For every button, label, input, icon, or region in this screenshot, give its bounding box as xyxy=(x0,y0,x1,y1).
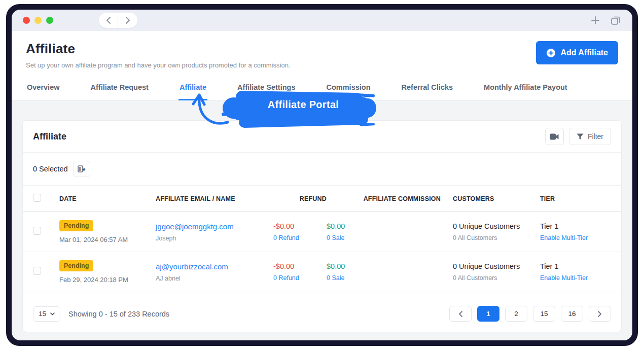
stacked-squares-icon xyxy=(611,15,621,25)
column-header-customers: CUSTOMERS xyxy=(441,195,540,202)
export-button[interactable] xyxy=(73,161,90,177)
traffic-lights xyxy=(23,17,53,24)
tier-value: Tier 1 xyxy=(540,262,611,270)
column-header-refund: REFUND xyxy=(273,195,327,202)
affiliate-name: Joseph xyxy=(156,235,273,242)
affiliate-name: AJ abriel xyxy=(156,275,273,282)
chevron-down-icon xyxy=(50,312,55,316)
page-size-value: 15 xyxy=(39,310,46,318)
commission-amount: $0.00 xyxy=(327,222,441,230)
selected-count: 0 Selected xyxy=(33,165,68,173)
tab-overview[interactable]: Overview xyxy=(26,80,61,100)
all-customers: 0 All Customers xyxy=(453,234,540,241)
row-checkbox[interactable] xyxy=(33,267,41,275)
new-tab-button[interactable] xyxy=(590,15,601,26)
video-camera-icon xyxy=(550,133,559,140)
affiliate-email-link[interactable]: jggoe@joemggktg.com xyxy=(156,222,273,231)
tab-affiliate-request[interactable]: Affiliate Request xyxy=(90,80,150,100)
table-row: Pending Mar 01, 2024 06:57 AM jggoe@joem… xyxy=(23,212,621,252)
add-affiliate-label: Add Affiliate xyxy=(560,48,608,57)
minimize-window-icon[interactable] xyxy=(34,17,42,24)
tab-bar: Overview Affiliate Request Affiliate Aff… xyxy=(12,80,632,100)
chevron-right-icon xyxy=(598,311,602,317)
page-button-2[interactable]: 2 xyxy=(505,306,527,322)
filter-label: Filter xyxy=(588,132,603,141)
select-all-checkbox[interactable] xyxy=(33,194,41,202)
table-row: Pending Feb 29, 2024 20:18 PM aj@yourbiz… xyxy=(23,252,621,292)
showing-records-text: Showing 0 - 15 of 233 Records xyxy=(68,310,169,318)
video-tutorial-button[interactable] xyxy=(545,128,564,145)
page-button-1[interactable]: 1 xyxy=(477,306,499,322)
filter-funnel-icon xyxy=(577,133,584,140)
tier-value: Tier 1 xyxy=(540,222,611,230)
column-header-email: AFFILIATE EMAIL / NAME xyxy=(156,195,273,202)
export-icon xyxy=(78,165,86,173)
tab-affiliate-settings[interactable]: Affiliate Settings xyxy=(236,80,296,100)
status-badge: Pending xyxy=(59,220,93,231)
card-header: Affiliate Filter xyxy=(23,121,621,153)
table-header-row: DATE AFFILIATE EMAIL / NAME REFUND AFFIL… xyxy=(23,186,621,212)
add-affiliate-button[interactable]: Add Affiliate xyxy=(536,41,618,64)
sale-count-link[interactable]: 0 Sale xyxy=(327,274,441,282)
page-button-16[interactable]: 16 xyxy=(561,306,583,322)
tab-affiliate[interactable]: Affiliate xyxy=(178,80,207,100)
refund-count-link[interactable]: 0 Refund xyxy=(273,234,327,241)
chevron-right-icon xyxy=(126,17,130,24)
browser-nav xyxy=(99,13,137,28)
affiliate-email-link[interactable]: aj@yourbizzocal.com xyxy=(156,262,273,271)
content-area: Affiliate Portal Affiliate Filter xyxy=(12,100,632,340)
status-badge: Pending xyxy=(59,260,93,271)
annotation-label: Affiliate Portal xyxy=(237,99,369,111)
selection-bar: 0 Selected xyxy=(23,153,621,186)
refund-amount: -$0.00 xyxy=(273,262,327,270)
table-footer: 15 Showing 0 - 15 of 233 Records 1 2 15 … xyxy=(23,298,621,332)
unique-customers: 0 Unique Customers xyxy=(453,222,540,230)
forward-button[interactable] xyxy=(118,13,137,28)
sale-count-link[interactable]: 0 Sale xyxy=(327,234,441,241)
affiliate-card: Affiliate Filter 0 Selected xyxy=(22,120,622,332)
column-header-commission: AFFILIATE COMMISSION xyxy=(327,195,441,202)
row-checkbox[interactable] xyxy=(33,227,41,235)
tab-commission[interactable]: Commission xyxy=(326,80,372,100)
plus-circle-icon xyxy=(546,48,556,58)
card-title: Affiliate xyxy=(33,131,66,142)
chevron-left-icon xyxy=(458,311,462,317)
chevron-left-icon xyxy=(106,17,111,24)
tabs-overview-button[interactable] xyxy=(610,15,621,26)
page-subtitle: Set up your own affiliate program and ha… xyxy=(26,61,290,69)
prev-page-button[interactable] xyxy=(449,306,472,322)
back-button[interactable] xyxy=(99,13,118,28)
page-button-15[interactable]: 15 xyxy=(533,306,555,322)
page-size-select[interactable]: 15 xyxy=(33,306,60,322)
page-title: Affiliate xyxy=(26,41,290,57)
page-header: Affiliate Set up your own affiliate prog… xyxy=(12,31,632,69)
filter-button[interactable]: Filter xyxy=(569,128,611,145)
enable-multi-tier-link[interactable]: Enable Multi-Tier xyxy=(540,234,611,241)
pagination: 1 2 15 16 xyxy=(449,306,611,322)
refund-amount: -$0.00 xyxy=(273,222,327,230)
tab-referral-clicks[interactable]: Referral Clicks xyxy=(401,80,454,100)
app-window: Affiliate Set up your own affiliate prog… xyxy=(12,10,632,340)
column-header-tier: TIER xyxy=(540,195,611,202)
unique-customers: 0 Unique Customers xyxy=(453,262,540,270)
titlebar xyxy=(12,10,632,31)
row-date: Mar 01, 2024 06:57 AM xyxy=(59,236,156,243)
commission-amount: $0.00 xyxy=(327,262,441,270)
close-window-icon[interactable] xyxy=(23,17,30,24)
plus-icon xyxy=(591,16,600,25)
column-header-date: DATE xyxy=(59,195,156,202)
maximize-window-icon[interactable] xyxy=(46,17,53,24)
window-frame: Affiliate Set up your own affiliate prog… xyxy=(6,4,638,346)
enable-multi-tier-link[interactable]: Enable Multi-Tier xyxy=(540,274,611,282)
all-customers: 0 All Customers xyxy=(453,274,540,282)
tab-monthly-affiliate-payout[interactable]: Monthly Affiliate Payout xyxy=(483,80,568,100)
refund-count-link[interactable]: 0 Refund xyxy=(273,274,327,282)
row-date: Feb 29, 2024 20:18 PM xyxy=(59,276,156,284)
next-page-button[interactable] xyxy=(589,306,611,322)
